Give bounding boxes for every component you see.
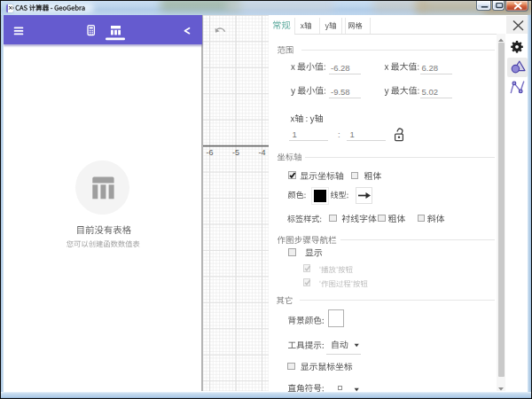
svg-text:-5: -5 xyxy=(232,148,239,157)
svg-text:-6: -6 xyxy=(207,148,214,157)
svg-text:-4: -4 xyxy=(258,148,265,157)
